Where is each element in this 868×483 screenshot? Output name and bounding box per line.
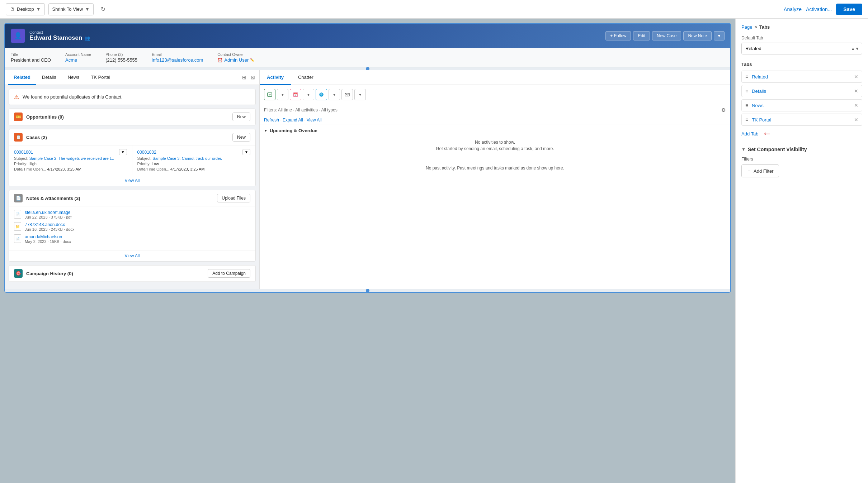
save-button[interactable]: Save	[836, 4, 862, 15]
account-link[interactable]: Acme	[65, 57, 91, 63]
notes-icon: 📄	[14, 194, 23, 202]
set-visibility-chevron-icon: ▼	[741, 147, 746, 152]
activity-toolbar: ▼ 📅 ▼ ☎ ▼	[260, 85, 730, 104]
campaign-title: Campaign History (0)	[26, 271, 208, 276]
note-name-1[interactable]: stella.en.uk.noref.image	[25, 210, 250, 215]
activity-dropdown-2[interactable]: ▼	[303, 89, 314, 100]
case-dropdown-1[interactable]: ▼	[119, 149, 127, 155]
breadcrumb: Page > Tabs	[741, 24, 862, 30]
cases-icon: 📋	[14, 133, 23, 142]
contact-header: 👤 Contact Edward Stamosen 👥 + Follow Edi…	[5, 24, 730, 48]
refresh-button[interactable]: ↻	[97, 3, 109, 15]
analyze-button[interactable]: Analyze	[784, 6, 802, 12]
email-link[interactable]: info123@salesforce.com	[152, 57, 203, 63]
filters-gear-icon[interactable]: ⚙	[721, 107, 726, 113]
tabs-section: Tabs ≡ Related ✕ ≡ Details ✕ ≡ News ✕ ≡ …	[741, 62, 862, 139]
view-selector[interactable]: Shrink To View ▼	[48, 3, 94, 15]
right-panel: Activity Chatter ▼ 📅	[260, 70, 730, 289]
tab-close-related[interactable]: ✕	[854, 74, 858, 80]
title-field: Title President and CEO	[11, 52, 51, 63]
upcoming-section: ▼ Upcoming & Overdue No activities to sh…	[260, 124, 730, 158]
resize-handle-bottom[interactable]	[5, 289, 730, 292]
activity-dropdown-4[interactable]: ▼	[354, 89, 366, 100]
new-case-section-button[interactable]: New	[232, 133, 250, 142]
new-opportunity-button[interactable]: New	[232, 113, 250, 121]
new-note-button[interactable]: New Note	[683, 31, 712, 40]
upload-files-button[interactable]: Upload Files	[217, 194, 250, 202]
tab-tkportal[interactable]: TK Portal	[85, 70, 116, 85]
activity-dropdown-1[interactable]: ▼	[277, 89, 288, 100]
add-tab-row-container: Add Tab ←	[741, 128, 862, 139]
case-item-1: 00001001 ▼ Subject: Sample Case 2: The w…	[9, 145, 132, 175]
add-filter-button[interactable]: ＋ Add Filter	[741, 164, 779, 177]
opportunities-title: Opportunities (0)	[26, 114, 232, 120]
case-2-priority: Priority: Low	[137, 162, 251, 166]
upcoming-chevron: ▼	[264, 129, 268, 133]
note-name-3[interactable]: amandaMichaelson	[25, 234, 250, 239]
cases-view-all[interactable]: View All	[9, 175, 255, 186]
activity-tab[interactable]: Activity	[260, 70, 291, 85]
note-info-3: amandaMichaelson May 2, 2023 · 15KB · do…	[25, 234, 250, 244]
new-case-button[interactable]: New Case	[652, 31, 681, 40]
activity-btn-2[interactable]: 📅	[290, 89, 301, 100]
sidebar-tab-label-related: Related	[752, 74, 854, 80]
view-all-link[interactable]: View All	[307, 118, 322, 123]
breadcrumb-page[interactable]: Page	[741, 24, 752, 30]
tab-details[interactable]: Details	[36, 70, 62, 85]
resize-handle-top[interactable]	[5, 67, 730, 70]
drag-handle-related-icon[interactable]: ≡	[745, 74, 748, 80]
follow-button[interactable]: + Follow	[605, 31, 631, 40]
refresh-link[interactable]: Refresh	[264, 118, 279, 123]
tab-close-details[interactable]: ✕	[854, 88, 858, 94]
activity-dropdown-3[interactable]: ▼	[329, 89, 340, 100]
default-tab-label: Default Tab	[741, 35, 862, 40]
tab-close-tkportal[interactable]: ✕	[854, 117, 858, 123]
default-tab-select[interactable]: Related Details News TK Portal	[741, 43, 862, 54]
sidebar-tab-label-details: Details	[752, 89, 854, 94]
default-tab-section: Default Tab Related Details News TK Port…	[741, 35, 862, 54]
drag-handle-details-icon[interactable]: ≡	[745, 88, 748, 94]
contact-avatar: 👤	[11, 29, 25, 43]
activation-button[interactable]: Activation...	[806, 6, 832, 12]
case-1-subject-link[interactable]: Sample Case 2: The widgets we received a…	[29, 156, 114, 161]
svg-text:☎: ☎	[320, 93, 324, 96]
upcoming-header: ▼ Upcoming & Overdue	[264, 128, 726, 133]
case-num-link-1[interactable]: 00001001	[14, 150, 33, 155]
add-tab-button[interactable]: Add Tab	[741, 128, 758, 139]
drag-handle-news-icon[interactable]: ≡	[745, 102, 748, 108]
activity-btn-4[interactable]	[341, 89, 353, 100]
device-label: Desktop	[17, 6, 34, 12]
tab-news[interactable]: News	[62, 70, 85, 85]
note-name-2[interactable]: 77873143.anon.docx	[25, 222, 250, 227]
more-actions-button[interactable]: ▼	[714, 31, 725, 40]
case-dropdown-2[interactable]: ▼	[242, 149, 250, 155]
tab-related[interactable]: Related	[8, 70, 36, 85]
expand-all-link[interactable]: Expand All	[283, 118, 303, 123]
device-selector[interactable]: 🖥 Desktop ▼	[6, 3, 45, 15]
activity-btn-1[interactable]	[264, 89, 275, 100]
add-to-campaign-button[interactable]: Add to Campaign	[208, 269, 250, 278]
tab-close-news[interactable]: ✕	[854, 102, 858, 108]
contact-name: Edward Stamosen 👥	[29, 34, 90, 42]
tab-bar: Related Details News TK Portal ⊞ ⊠	[5, 70, 259, 85]
case-2-date: Date/Time Open... 4/17/2023, 3:25 AM	[137, 167, 251, 171]
drag-handle-tkportal-icon[interactable]: ≡	[745, 117, 748, 123]
note-info-2: 77873143.anon.docx Jun 16, 2023 · 243KB …	[25, 222, 250, 231]
tab-delete-icon-button[interactable]: ⊠	[249, 73, 256, 82]
sidebar-tab-label-tkportal: TK Portal	[752, 117, 854, 123]
filters-section-label: Filters	[741, 157, 862, 162]
activity-btn-3[interactable]: ☎	[316, 89, 327, 100]
toolbar-right: Analyze Activation... Save	[784, 4, 862, 15]
tab-add-icon-button[interactable]: ⊞	[241, 73, 248, 82]
canvas-area: 👤 Contact Edward Stamosen 👥 + Follow Edi…	[0, 19, 735, 483]
notes-view-all[interactable]: View All	[9, 250, 255, 261]
edit-button[interactable]: Edit	[633, 31, 650, 40]
sidebar-tab-row-details: ≡ Details ✕	[741, 85, 862, 97]
default-tab-select-wrapper: Related Details News TK Portal ▲▼	[741, 43, 862, 54]
case-2-subject-link[interactable]: Sample Case 3: Cannot track our order.	[152, 156, 222, 161]
case-num-link-2[interactable]: 00001002	[137, 150, 156, 155]
owner-link[interactable]: Admin User	[224, 57, 249, 63]
set-visibility-header[interactable]: ▼ Set Component Visibility	[741, 147, 862, 152]
chatter-tab[interactable]: Chatter	[291, 70, 321, 85]
sidebar-tab-row-related: ≡ Related ✕	[741, 71, 862, 83]
